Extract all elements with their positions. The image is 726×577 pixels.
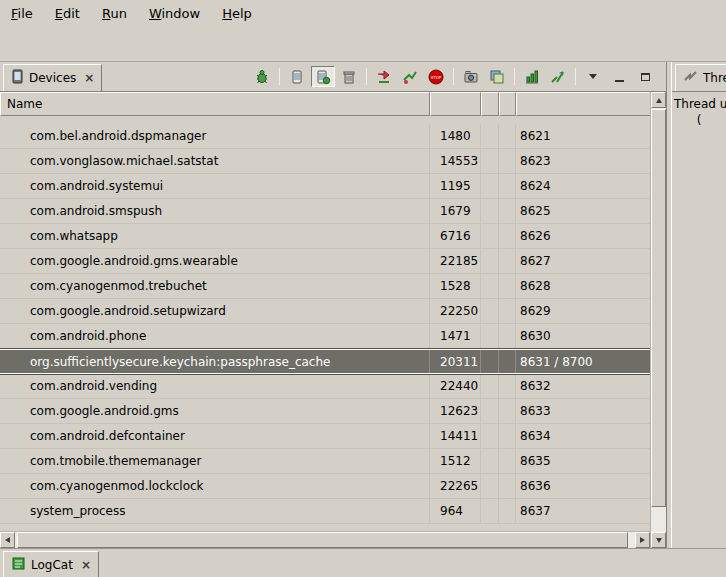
process-pid: 22440 (430, 374, 481, 398)
process-col-empty (499, 350, 516, 373)
process-col-empty (499, 124, 516, 148)
process-pid: 14411 (430, 424, 481, 448)
scroll-right-arrow-icon[interactable] (635, 532, 650, 548)
process-col-empty (481, 449, 499, 473)
menu-help[interactable]: Help (213, 2, 261, 25)
process-row[interactable]: com.android.defcontainer 14411 8634 (0, 424, 650, 449)
process-col-empty (481, 299, 499, 323)
process-col-empty (481, 474, 499, 498)
process-port: 8637 (516, 499, 650, 523)
menu-run[interactable]: Run (93, 2, 136, 25)
process-col-empty (499, 149, 516, 173)
process-col-empty (499, 199, 516, 223)
process-col-empty (481, 499, 499, 523)
stop-process-icon[interactable]: STOP (424, 66, 448, 87)
process-table-viewport: Name com.bel.android.dspmanager 1480 862… (0, 92, 650, 531)
tab-devices-label: Devices (29, 71, 76, 85)
threads-message: Thread up ( (672, 91, 726, 548)
vertical-scrollbar[interactable] (650, 92, 666, 548)
process-port: 8634 (516, 424, 650, 448)
method-profiling-icon[interactable] (398, 66, 422, 87)
process-name: com.whatsapp (0, 224, 430, 248)
devices-toolbar: STOP (249, 66, 658, 87)
process-port: 8631 / 8700 (516, 350, 650, 373)
close-icon[interactable]: × (84, 71, 94, 85)
gc-trash-icon[interactable] (337, 66, 361, 87)
screen-capture-icon[interactable] (459, 66, 483, 87)
heap-icon[interactable] (285, 66, 309, 87)
update-threads-icon[interactable] (372, 66, 396, 87)
process-row[interactable]: com.android.vending 22440 8632 (0, 374, 650, 399)
process-col-empty (481, 374, 499, 398)
process-pid: 12623 (430, 399, 481, 423)
process-port: 8626 (516, 224, 650, 248)
process-row[interactable]: com.google.android.setupwizard 22250 862… (0, 299, 650, 324)
process-pid: 20311 (430, 350, 481, 373)
tab-devices[interactable]: Devices × (3, 64, 102, 91)
process-row[interactable]: com.android.phone 1471 8630 (0, 324, 650, 349)
process-row[interactable]: system_process 964 8637 (0, 499, 650, 524)
column-header-name[interactable]: Name (0, 92, 430, 116)
horizontal-scrollbar-thumb[interactable] (17, 532, 628, 548)
opengl-trace-icon[interactable] (546, 66, 570, 87)
logcat-icon (11, 556, 26, 574)
process-col-empty (499, 424, 516, 448)
process-port: 8633 (516, 399, 650, 423)
column-header-pid[interactable] (430, 92, 481, 116)
scroll-left-arrow-icon[interactable] (0, 532, 15, 548)
process-name: com.google.android.gms (0, 399, 430, 423)
process-row[interactable]: com.vonglasow.michael.satstat 14553 8623 (0, 149, 650, 174)
menu-file[interactable]: File (2, 2, 42, 25)
threads-panel: Threads Thread up ( (672, 62, 726, 548)
process-row[interactable]: com.cyanogenmod.lockclock 22265 8636 (0, 474, 650, 499)
tab-threads[interactable]: Threads (675, 64, 726, 91)
process-row[interactable]: com.android.systemui 1195 8624 (0, 174, 650, 199)
menu-window[interactable]: Window (140, 2, 209, 25)
process-pid: 14553 (430, 149, 481, 173)
debug-icon[interactable] (250, 66, 274, 87)
horizontal-scrollbar[interactable] (0, 531, 650, 548)
column-header-port[interactable] (516, 92, 650, 116)
process-col-empty (481, 274, 499, 298)
threads-panel-header: Threads (672, 62, 726, 91)
toolbar-separator (453, 68, 454, 85)
process-pid: 1528 (430, 274, 481, 298)
scroll-down-arrow-icon[interactable] (651, 532, 666, 548)
process-row[interactable]: com.google.android.gms.wearable 22185 86… (0, 249, 650, 274)
process-rows: com.bel.android.dspmanager 1480 8621 com… (0, 124, 650, 524)
process-row[interactable]: com.android.smspush 1679 8625 (0, 199, 650, 224)
minimize-icon[interactable] (607, 66, 631, 87)
table-header: Name (0, 92, 650, 116)
process-row[interactable]: com.bel.android.dspmanager 1480 8621 (0, 124, 650, 149)
view-menu-icon[interactable] (581, 66, 605, 87)
device-icon (11, 69, 24, 87)
column-header-empty[interactable] (499, 92, 516, 116)
process-pid: 22265 (430, 474, 481, 498)
process-port: 8632 (516, 374, 650, 398)
scroll-up-arrow-icon[interactable] (651, 92, 666, 108)
heap-update-icon[interactable] (311, 66, 335, 87)
process-col-empty (499, 249, 516, 273)
tab-logcat[interactable]: LogCat × (3, 551, 99, 577)
maximize-icon[interactable] (633, 66, 657, 87)
systrace-icon[interactable] (520, 66, 544, 87)
menu-edit[interactable]: Edit (46, 2, 89, 25)
ui-frames-icon[interactable] (485, 66, 509, 87)
process-port: 8628 (516, 274, 650, 298)
process-row[interactable]: com.whatsapp 6716 8626 (0, 224, 650, 249)
process-port: 8630 (516, 324, 650, 348)
process-col-empty (481, 174, 499, 198)
process-row[interactable]: com.google.android.gms 12623 8633 (0, 399, 650, 424)
process-row[interactable]: org.sufficientlysecure.keychain:passphra… (0, 349, 650, 374)
vertical-scrollbar-thumb[interactable] (651, 109, 666, 507)
process-col-empty (481, 149, 499, 173)
process-row[interactable]: com.tmobile.thememanager 1512 8635 (0, 449, 650, 474)
process-pid: 1512 (430, 449, 481, 473)
process-row[interactable]: com.cyanogenmod.trebuchet 1528 8628 (0, 274, 650, 299)
main-area: Devices × STOP (0, 62, 726, 548)
process-name: com.google.android.setupwizard (0, 299, 430, 323)
process-pid: 22185 (430, 249, 481, 273)
close-icon[interactable]: × (81, 558, 91, 572)
process-col-empty (481, 424, 499, 448)
column-header-empty[interactable] (481, 92, 499, 116)
